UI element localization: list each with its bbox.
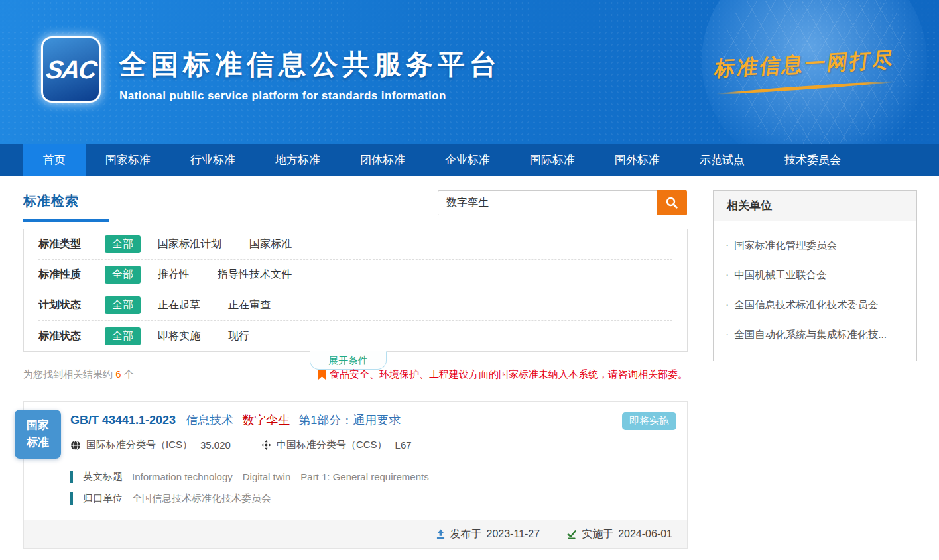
standard-code[interactable]: GB/T 43441.1-2023 <box>70 414 176 427</box>
card-meta-row: 国际标准分类号（ICS） 35.020 中国标准分类号（CCS） L67 <box>70 439 676 451</box>
ccs-label: 中国标准分类号（CCS） <box>277 439 387 451</box>
nav-item[interactable]: 国外标准 <box>595 144 680 176</box>
related-unit-link[interactable]: · 全国自动化系统与集成标准化技... <box>724 320 906 350</box>
dept-row: 归口单位 全国信息技术标准化技术委员会 <box>70 492 687 505</box>
nav-item[interactable]: 技术委员会 <box>765 144 861 176</box>
page-title-wrap: 标准检索 <box>23 192 109 222</box>
type-badge-line1: 国家 <box>27 417 49 434</box>
implement-label: 实施于 <box>582 528 613 541</box>
teal-bar <box>70 471 73 483</box>
english-title-row: 英文标题 Information technology—Digital twin… <box>70 471 687 483</box>
compass-icon <box>261 440 271 450</box>
publish-label: 发布于 <box>450 528 482 541</box>
search-box <box>438 190 687 215</box>
filter-option[interactable]: 国家标准计划 <box>158 237 221 251</box>
dept-value: 全国信息技术标准化技术委员会 <box>132 492 271 505</box>
result-count-number: 6 <box>115 368 121 380</box>
result-count: 为您找到相关结果约 6 个 <box>23 368 134 381</box>
nav-item[interactable]: 团体标准 <box>340 144 425 176</box>
page: SAC 全国标准信息公共服务平台 National public service… <box>0 0 939 560</box>
result-count-prefix: 为您找到相关结果约 <box>23 368 113 380</box>
implement-check-icon <box>566 530 577 539</box>
standard-title-part1: 信息技术 <box>186 414 233 427</box>
filter-option[interactable]: 推荐性 <box>158 268 190 282</box>
result-count-suffix: 个 <box>124 368 134 380</box>
dept-label: 归口单位 <box>83 492 123 505</box>
filter-all-button[interactable]: 全部 <box>105 296 141 314</box>
implement-date-item: 实施于 2024-06-01 <box>566 528 672 541</box>
site-title-block: 全国标准信息公共服务平台 National public service pla… <box>119 46 501 103</box>
filter-option[interactable]: 正在起草 <box>158 298 200 312</box>
related-unit-label: 全国自动化系统与集成标准化技... <box>734 328 887 342</box>
card-head: GB/T 43441.1-2023 信息技术 数字孪生 第1部分：通用要求 国际… <box>70 402 676 461</box>
sac-logo: SAC <box>41 36 101 103</box>
sidebar-list: · 国家标准化管理委员会 · 中国机械工业联合会 · 全国信息技术标准化技术委员… <box>714 221 916 361</box>
card-footer: 发布于 2023-11-27 实施于 2024-06-01 <box>24 520 687 548</box>
related-unit-link[interactable]: · 中国机械工业联合会 <box>724 260 906 290</box>
filter-options: 即将实施 现行 <box>158 329 277 343</box>
related-unit-link[interactable]: · 全国信息技术标准化技术委员会 <box>724 290 906 320</box>
nav-item[interactable]: 国家标准 <box>86 144 170 176</box>
nav-item[interactable]: 行业标准 <box>170 144 255 176</box>
nav-item[interactable]: 地方标准 <box>255 144 340 176</box>
bookmark-icon <box>318 370 326 380</box>
related-unit-label: 国家标准化管理委员会 <box>734 239 837 252</box>
standard-title-part2: 第1部分：通用要求 <box>298 414 401 427</box>
ics-meta: 国际标准分类号（ICS） 35.020 <box>70 439 231 451</box>
main-content: 标准检索 标准类型 全部 国家标准计划 <box>0 176 939 560</box>
site-header: SAC 全国标准信息公共服务平台 National public service… <box>0 0 939 144</box>
filter-all-button[interactable]: 全部 <box>105 235 141 253</box>
nav-item[interactable]: 示范试点 <box>680 144 765 176</box>
bullet-dot: · <box>725 239 729 252</box>
nav-item[interactable]: 首页 <box>23 144 86 176</box>
related-units-panel: 相关单位 · 国家标准化管理委员会 · 中国机械工业联合会 · <box>713 190 917 361</box>
english-title-value: Information technology—Digital twin—Part… <box>132 471 429 482</box>
standard-title-link[interactable]: GB/T 43441.1-2023 信息技术 数字孪生 第1部分：通用要求 <box>70 412 676 428</box>
implement-date: 2024-06-01 <box>618 528 672 540</box>
nav-item[interactable]: 企业标准 <box>425 144 510 176</box>
filter-option[interactable]: 指导性技术文件 <box>218 268 292 282</box>
bullet-dot: · <box>725 268 729 282</box>
related-unit-label: 中国机械工业联合会 <box>734 268 827 282</box>
filter-row: 标准性质 全部 推荐性 指导性技术文件 <box>38 260 672 290</box>
english-title-label: 英文标题 <box>83 471 123 483</box>
filter-all-button[interactable]: 全部 <box>105 327 141 345</box>
filter-all-button[interactable]: 全部 <box>105 266 141 284</box>
nav-item[interactable]: 国际标准 <box>510 144 595 176</box>
main-nav: 首页 国家标准 行业标准 地方标准 团体标准 企业标准 国际标准 国外标准 示范… <box>0 144 939 176</box>
expand-conditions-button[interactable]: 展开条件 <box>310 351 387 370</box>
result-info-row: 为您找到相关结果约 6 个 食品安全、环境保护、工程建设方面的国家标准未纳入本系… <box>23 368 688 381</box>
filter-box: 标准类型 全部 国家标准计划 国家标准 标准性质 全部 <box>23 229 688 352</box>
ccs-value: L67 <box>395 439 412 451</box>
filter-option[interactable]: 正在审查 <box>228 298 271 312</box>
site-subtitle: National public service platform for sta… <box>119 89 501 103</box>
filter-row: 标准类型 全部 国家标准计划 国家标准 <box>38 229 672 260</box>
search-icon <box>665 196 678 209</box>
search-input[interactable] <box>438 190 657 215</box>
publish-upload-icon <box>436 529 446 539</box>
search-button[interactable] <box>657 190 687 215</box>
ics-value: 35.020 <box>200 439 231 451</box>
site-title: 全国标准信息公共服务平台 <box>119 46 501 83</box>
filter-label: 标准性质 <box>38 268 105 282</box>
related-unit-link[interactable]: · 国家标准化管理委员会 <box>724 231 906 260</box>
publish-date-item: 发布于 2023-11-27 <box>436 528 540 541</box>
standard-type-badge: 国家 标准 <box>15 410 61 459</box>
type-badge-line2: 标准 <box>27 434 49 451</box>
status-badge: 即将实施 <box>622 412 676 430</box>
filter-option[interactable]: 现行 <box>228 329 249 343</box>
filter-option[interactable]: 国家标准 <box>249 237 292 251</box>
filter-option[interactable]: 即将实施 <box>158 329 200 343</box>
teal-bar <box>70 492 73 505</box>
globe-icon <box>70 440 81 451</box>
bullet-dot: · <box>725 328 729 342</box>
filter-options: 国家标准计划 国家标准 <box>158 237 320 251</box>
ccs-meta: 中国标准分类号（CCS） L67 <box>261 439 412 451</box>
ics-label: 国际标准分类号（ICS） <box>86 439 192 451</box>
system-notice-text: 食品安全、环境保护、工程建设方面的国家标准未纳入本系统，请咨询相关部委。 <box>330 368 688 381</box>
filter-label: 计划状态 <box>38 298 105 312</box>
result-card: 国家 标准 即将实施 GB/T 43441.1-2023 信息技术 数字孪生 第… <box>23 401 688 549</box>
bullet-dot: · <box>725 298 729 312</box>
filter-label: 标准状态 <box>38 329 105 343</box>
page-title: 标准检索 <box>23 194 79 208</box>
